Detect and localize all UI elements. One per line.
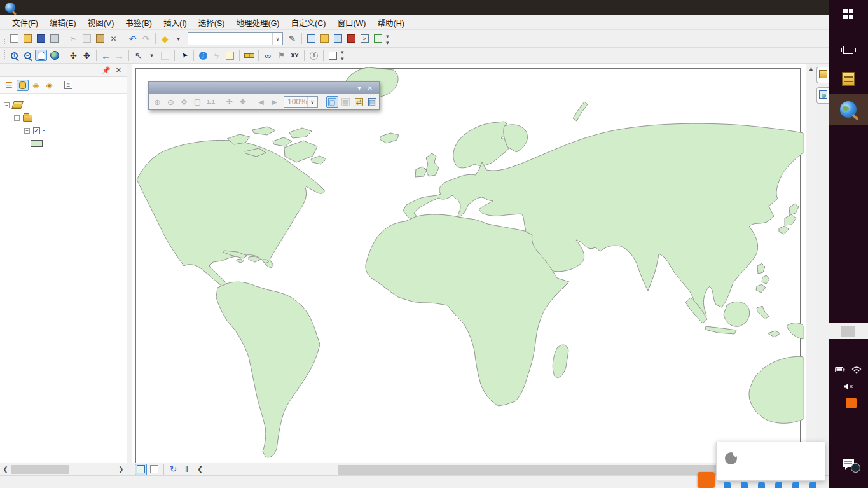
tab-search[interactable] <box>816 87 829 104</box>
identify-icon[interactable]: i <box>197 50 209 61</box>
print-icon[interactable] <box>48 33 60 45</box>
layout-zoom-combobox[interactable]: 100%∨ <box>284 96 318 108</box>
pan-icon[interactable] <box>35 50 47 61</box>
toc-horizontal-scrollbar[interactable]: ❮ ❯ <box>0 463 127 475</box>
start-button[interactable] <box>829 0 868 28</box>
toggle-draft-mode-icon[interactable]: ▢ <box>326 96 338 108</box>
model-builder-icon[interactable] <box>372 33 384 45</box>
scrollbar-thumb[interactable] <box>11 465 69 474</box>
zoom-100-icon[interactable]: 1:1 <box>205 96 217 108</box>
search-window-icon[interactable] <box>332 33 344 45</box>
toc-layer-row[interactable]: − ✓ <box>0 124 127 137</box>
taskbar-scroll-strip[interactable] <box>829 323 868 339</box>
options-icon[interactable]: ≡ <box>62 80 74 91</box>
menu-item-8[interactable]: 窗口(W) <box>331 15 371 31</box>
toolbar-overflow-icon[interactable]: ▾▾ <box>341 49 344 63</box>
focus-data-frame-icon[interactable]: ▦ <box>340 96 352 108</box>
go-back-extent-icon[interactable]: ← <box>100 50 112 61</box>
menu-item-1[interactable]: 编辑(E) <box>44 15 82 31</box>
refresh-icon[interactable]: ↻ <box>167 464 179 475</box>
find-route-icon[interactable]: ⚑ <box>275 50 287 61</box>
delete-icon[interactable]: ✕ <box>107 33 120 45</box>
scrollbar-thumb[interactable] <box>841 326 855 337</box>
menu-item-2[interactable]: 视图(V) <box>82 15 120 31</box>
toc-legend-row[interactable] <box>0 137 127 150</box>
scroll-right-icon[interactable]: ❯ <box>116 466 127 473</box>
viewer-window-icon[interactable] <box>327 50 339 61</box>
data-driven-setup-icon[interactable]: ▤ <box>366 96 378 108</box>
select-elements-icon[interactable]: ➤ <box>176 47 193 64</box>
chevron-down-icon[interactable]: ∨ <box>307 97 317 107</box>
taskbar-arcmap-button[interactable] <box>829 94 868 125</box>
map-vertical-scrollbar[interactable]: ▲ ▼ <box>806 64 816 463</box>
chevron-down-icon[interactable]: ∨ <box>272 33 282 45</box>
open-icon[interactable] <box>22 33 34 45</box>
pause-icon[interactable]: ‖ <box>181 464 193 475</box>
menu-item-9[interactable]: 帮助(H) <box>372 15 410 31</box>
zoom-in-icon[interactable]: + <box>8 50 20 61</box>
clip-notification-toast[interactable] <box>716 442 825 481</box>
action-center-button[interactable] <box>829 457 868 471</box>
cut-icon[interactable]: ✂ <box>67 33 79 45</box>
undo-icon[interactable]: ↶ <box>127 33 139 45</box>
find-icon[interactable]: ∞ <box>262 50 274 61</box>
maximize-button[interactable] <box>771 0 800 15</box>
sogou-logo[interactable] <box>698 472 715 488</box>
scale-combobox[interactable]: ∨ <box>188 32 283 45</box>
taskbar-arccatalog-button[interactable] <box>829 64 868 94</box>
hyperlink-icon[interactable]: ϟ <box>210 50 223 61</box>
new-document-icon[interactable] <box>8 33 20 45</box>
chevron-down-icon[interactable]: ▾ <box>355 85 364 92</box>
pin-icon[interactable]: 📌 <box>99 66 113 74</box>
copy-icon[interactable] <box>81 33 93 45</box>
list-by-source-icon[interactable] <box>17 80 29 91</box>
list-by-drawing-order-icon[interactable]: ☰ <box>3 80 15 91</box>
fixed-zoom-out-page-icon[interactable]: ✥ <box>237 96 249 108</box>
measure-icon[interactable] <box>243 50 255 61</box>
tab-catalog[interactable] <box>816 67 829 83</box>
map-view[interactable]: ▾ ✕ ⊕⊖✥▢1:1✣✥◀▶100%∨▢▦⇄▤ ▲ ▼ ↻‖❮ <box>132 64 816 475</box>
select-features-icon[interactable]: ↖ <box>132 50 144 61</box>
collapse-icon[interactable]: − <box>24 128 30 134</box>
save-icon[interactable] <box>35 33 47 45</box>
zoom-out-page-icon[interactable]: ⊖ <box>165 96 177 108</box>
world-map[interactable] <box>132 64 806 463</box>
layer-visibility-checkbox[interactable]: ✓ <box>33 127 40 134</box>
toc-root-row[interactable]: − <box>0 99 127 111</box>
toc-layer-label[interactable] <box>43 130 45 131</box>
battery-icon[interactable] <box>835 366 846 373</box>
task-view-button[interactable] <box>829 36 868 64</box>
scroll-up-icon[interactable]: ▲ <box>806 64 816 74</box>
collapse-icon[interactable]: − <box>4 102 10 108</box>
dropdown-icon[interactable]: ▾ <box>172 33 184 45</box>
add-data-icon[interactable]: ◆ <box>159 33 171 45</box>
hidden-icons-button[interactable] <box>829 345 868 361</box>
layout-view-icon[interactable] <box>148 464 160 475</box>
close-icon[interactable]: ✕ <box>113 66 124 74</box>
redo-icon[interactable]: ↷ <box>140 33 152 45</box>
time-slider-icon[interactable] <box>308 50 320 61</box>
close-icon[interactable]: ✕ <box>365 85 375 92</box>
close-button[interactable] <box>800 0 829 15</box>
list-by-selection-icon[interactable]: ◈ <box>43 80 55 91</box>
toolbar-grip[interactable] <box>2 50 5 61</box>
dropdown-icon[interactable]: ▾ <box>146 50 158 61</box>
back-page-icon[interactable]: ❮ <box>194 464 206 475</box>
menu-item-7[interactable]: 自定义(C) <box>286 15 332 31</box>
full-extent-icon[interactable] <box>48 50 60 61</box>
menu-item-4[interactable]: 插入(I) <box>158 15 193 31</box>
go-to-xy-icon[interactable]: XY <box>289 50 301 61</box>
forward-extent-icon[interactable]: ▶ <box>268 96 280 108</box>
data-view-icon[interactable] <box>135 464 147 475</box>
fixed-zoom-in-icon[interactable]: ✣ <box>67 50 79 61</box>
go-forward-extent-icon[interactable]: → <box>113 50 125 61</box>
table-of-contents-icon[interactable] <box>305 33 317 45</box>
fixed-zoom-in-page-icon[interactable]: ✣ <box>223 96 235 108</box>
layout-floating-toolbar[interactable]: ▾ ✕ ⊕⊖✥▢1:1✣✥◀▶100%∨▢▦⇄▤ <box>148 81 380 110</box>
zoom-in-page-icon[interactable]: ⊕ <box>151 96 163 108</box>
pan-page-icon[interactable]: ✥ <box>178 96 190 108</box>
data-driven-refresh-icon[interactable]: ⇄ <box>353 96 365 108</box>
html-popup-icon[interactable] <box>224 50 236 61</box>
volume-button[interactable] <box>829 378 868 394</box>
toolbar-grip[interactable] <box>2 33 5 45</box>
